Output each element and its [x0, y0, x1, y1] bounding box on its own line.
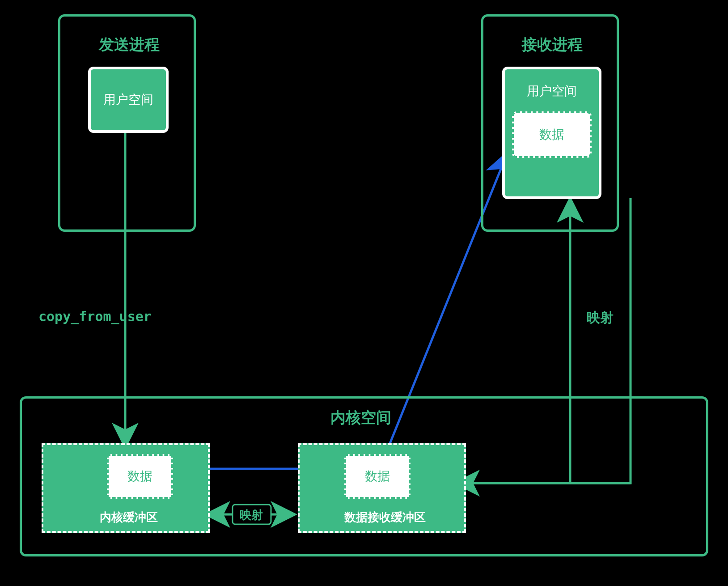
label-map-mid: 映射 [240, 507, 263, 523]
sender-title: 发送进程 [99, 34, 160, 55]
sender-process: 发送进程 用户空间 [58, 14, 196, 232]
kernel-buffer-b: 数据 数据接收缓冲区 [298, 443, 466, 533]
receiver-process: 接收进程 用户空间 数据 [481, 14, 619, 232]
receiver-data-label: 数据 [539, 126, 564, 143]
label-copy-from-user: copy_from_user [38, 309, 152, 324]
receiver-user-space: 用户空间 数据 [502, 67, 601, 199]
receiver-data: 数据 [512, 111, 592, 158]
kernel-buffer-a-data: 数据 [107, 454, 173, 499]
kernel-buffer-a-data-label: 数据 [127, 468, 152, 485]
label-map-right: 映射 [587, 309, 614, 327]
kernel-buffer-a-label: 内核缓冲区 [100, 510, 158, 525]
sender-user-space-label: 用户空间 [103, 91, 153, 108]
kernel-buffer-a: 数据 内核缓冲区 [42, 443, 210, 533]
diagram-canvas: 发送进程 用户空间 接收进程 用户空间 数据 内核空间 数据 内核缓冲区 数据 [0, 0, 728, 586]
kernel-buffer-b-data: 数据 [344, 454, 411, 499]
kernel-title: 内核空间 [330, 408, 391, 428]
kernel-buffer-b-label: 数据接收缓冲区 [344, 510, 426, 525]
kernel-buffer-b-data-label: 数据 [365, 468, 390, 485]
receiver-user-space-label: 用户空间 [527, 83, 577, 100]
kernel-space: 内核空间 数据 内核缓冲区 数据 数据接收缓冲区 [20, 396, 708, 556]
receiver-title: 接收进程 [522, 34, 583, 55]
sender-user-space: 用户空间 [88, 67, 169, 133]
